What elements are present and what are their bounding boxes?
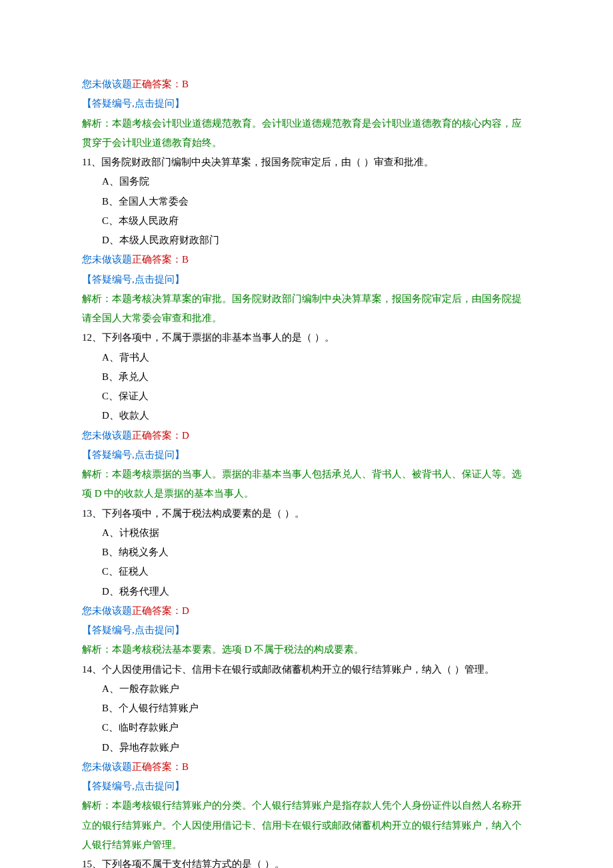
question-option: D、收款人 bbox=[82, 406, 531, 425]
status-not-answered: 您未做该题 bbox=[82, 430, 132, 441]
answer-line: 您未做该题正确答案：D bbox=[82, 601, 531, 621]
question-option: A、国务院 bbox=[82, 172, 531, 191]
analysis: 解析：本题考核税法基本要素。选项 D 不属于税法的构成要素。 bbox=[82, 640, 531, 659]
question-option: A、背书人 bbox=[82, 348, 531, 367]
question-stem: 12、下列各项中，不属于票据的非基本当事人的是（ ）。 bbox=[82, 328, 531, 347]
analysis-label: 解析： bbox=[82, 293, 112, 304]
question-option: C、征税人 bbox=[82, 562, 531, 581]
analysis: 解析：本题考核票据的当事人。票据的非基本当事人包括承兑人、背书人、被背书人、保证… bbox=[82, 465, 531, 504]
status-not-answered: 您未做该题 bbox=[82, 79, 132, 89]
status-not-answered: 您未做该题 bbox=[82, 761, 132, 772]
question-option: B、个人银行结算账户 bbox=[82, 699, 531, 718]
correct-answer: 正确答案：B bbox=[132, 761, 189, 772]
analysis: 解析：本题考核会计职业道德规范教育。会计职业道德规范教育是会计职业道德教育的核心… bbox=[82, 114, 531, 153]
answer-line: 您未做该题正确答案：B bbox=[82, 250, 531, 269]
question-option: B、承兑人 bbox=[82, 367, 531, 387]
analysis-text: 本题考核会计职业道德规范教育。会计职业道德规范教育是会计职业道德教育的核心内容，… bbox=[82, 118, 522, 148]
analysis-text: 本题考核税法基本要素。选项 D 不属于税法的构成要素。 bbox=[112, 644, 364, 655]
ask-link[interactable]: 【答疑编号,点击提问】 bbox=[82, 621, 531, 640]
analysis-label: 解析： bbox=[82, 118, 112, 129]
ask-link[interactable]: 【答疑编号,点击提问】 bbox=[82, 445, 531, 465]
correct-answer: 正确答案：B bbox=[132, 254, 189, 265]
ask-link[interactable]: 【答疑编号,点击提问】 bbox=[82, 94, 531, 113]
analysis: 解析：本题考核银行结算账户的分类。个人银行结算账户是指存款人凭个人身份证件以自然… bbox=[82, 796, 531, 855]
question-stem: 14、个人因使用借记卡、信用卡在银行或邮政储蓄机构开立的银行结算账户，纳入（ ）… bbox=[82, 660, 531, 679]
question-option: C、保证人 bbox=[82, 387, 531, 406]
question-option: C、临时存款账户 bbox=[82, 718, 531, 737]
analysis-label: 解析： bbox=[82, 644, 112, 655]
analysis-text: 本题考核票据的当事人。票据的非基本当事人包括承兑人、背书人、被背书人、保证人等。… bbox=[82, 469, 522, 499]
question-option: A、计税依据 bbox=[82, 523, 531, 543]
question-stem: 15、下列各项不属于支付结算方式的是（ ）。 bbox=[82, 855, 531, 868]
analysis-text: 本题考核决算草案的审批。国务院财政部门编制中央决算草案，报国务院审定后，由国务院… bbox=[82, 293, 522, 323]
question-option: B、纳税义务人 bbox=[82, 543, 531, 562]
analysis-label: 解析： bbox=[82, 800, 112, 811]
status-not-answered: 您未做该题 bbox=[82, 605, 132, 616]
answer-line: 您未做该题正确答案：D bbox=[82, 426, 531, 445]
analysis-text: 本题考核银行结算账户的分类。个人银行结算账户是指存款人凭个人身份证件以自然人名称… bbox=[82, 800, 522, 850]
correct-answer: 正确答案：D bbox=[132, 430, 189, 441]
analysis: 解析：本题考核决算草案的审批。国务院财政部门编制中央决算草案，报国务院审定后，由… bbox=[82, 289, 531, 329]
correct-answer: 正确答案：D bbox=[132, 605, 189, 616]
answer-line: 您未做该题正确答案：B bbox=[82, 757, 531, 777]
ask-link[interactable]: 【答疑编号,点击提问】 bbox=[82, 777, 531, 796]
question-stem: 11、国务院财政部门编制中央决算草案，报国务院审定后，由（ ）审查和批准。 bbox=[82, 153, 531, 172]
ask-link[interactable]: 【答疑编号,点击提问】 bbox=[82, 270, 531, 289]
question-option: A、一般存款账户 bbox=[82, 679, 531, 699]
question-option: D、异地存款账户 bbox=[82, 738, 531, 757]
question-option: C、本级人民政府 bbox=[82, 211, 531, 231]
question-option: D、税务代理人 bbox=[82, 582, 531, 601]
status-not-answered: 您未做该题 bbox=[82, 254, 132, 265]
correct-answer: 正确答案：B bbox=[132, 79, 189, 89]
question-stem: 13、下列各项中，不属于税法构成要素的是（ ）。 bbox=[82, 504, 531, 523]
question-option: B、全国人大常委会 bbox=[82, 192, 531, 211]
answer-line: 您未做该题正确答案：B bbox=[82, 75, 531, 94]
analysis-label: 解析： bbox=[82, 469, 112, 479]
question-option: D、本级人民政府财政部门 bbox=[82, 231, 531, 250]
